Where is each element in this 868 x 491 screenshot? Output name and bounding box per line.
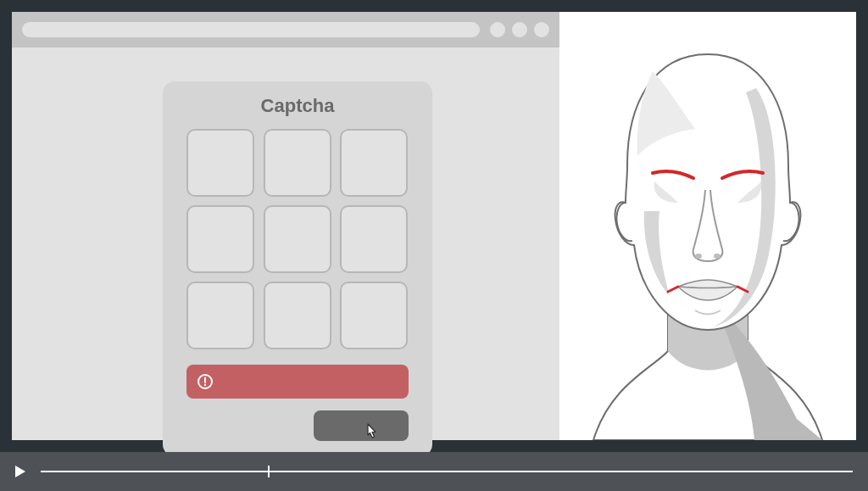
alert-circle-icon (197, 373, 214, 390)
svg-point-3 (695, 254, 702, 259)
captcha-card: Captcha (163, 81, 432, 456)
captcha-tile[interactable] (186, 282, 254, 349)
video-playbar (0, 452, 868, 491)
illustration-stage: Captcha (12, 12, 856, 440)
captcha-tile[interactable] (340, 282, 408, 349)
window-controls (490, 22, 549, 37)
captcha-tile[interactable] (340, 205, 408, 273)
captcha-tile[interactable] (186, 205, 254, 273)
browser-window: Captcha (12, 12, 559, 440)
captcha-submit-button[interactable] (314, 410, 409, 441)
svg-point-2 (204, 384, 206, 386)
captcha-tile[interactable] (186, 129, 254, 197)
captcha-tile[interactable] (340, 129, 408, 197)
window-dot-icon (490, 22, 505, 37)
captcha-tile[interactable] (264, 205, 331, 273)
captcha-tile[interactable] (264, 282, 331, 349)
face-illustration (559, 12, 856, 440)
progress-track[interactable] (41, 471, 853, 472)
captcha-grid (186, 129, 409, 349)
svg-point-4 (714, 254, 721, 259)
captcha-tile[interactable] (264, 129, 331, 197)
window-dot-icon (534, 22, 549, 37)
pointer-cursor-icon (363, 422, 380, 443)
captcha-error-banner (186, 365, 409, 399)
play-icon[interactable] (15, 466, 25, 477)
captcha-title: Captcha (178, 95, 417, 117)
browser-titlebar (12, 12, 559, 47)
progress-marker[interactable] (268, 466, 270, 477)
user-face-pane (559, 12, 856, 440)
url-bar[interactable] (22, 22, 480, 37)
window-dot-icon (512, 22, 527, 37)
